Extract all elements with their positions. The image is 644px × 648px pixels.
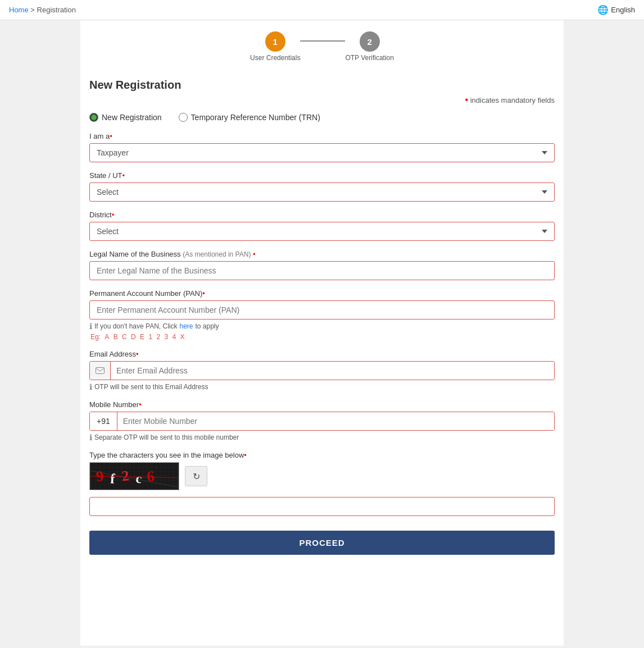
pan-char-10: X	[180, 333, 185, 341]
i-am-a-required: •	[110, 132, 112, 140]
i-am-a-select[interactable]: Taxpayer	[89, 143, 555, 162]
email-info-icon: ℹ	[89, 382, 92, 391]
pan-char-3: C	[122, 333, 127, 341]
district-select[interactable]: Select	[89, 222, 555, 241]
radio-new-registration-label: New Registration	[102, 113, 162, 122]
pan-info-icon: ℹ	[89, 322, 92, 331]
state-group: State / UT• Select	[89, 171, 555, 202]
captcha-row: 9 f 2 c 6 ↻	[89, 462, 555, 490]
captcha-svg: 9 f 2 c 6	[90, 463, 179, 490]
mandatory-note: • indicates mandatory fields	[89, 95, 555, 105]
pan-char-2: B	[114, 333, 118, 341]
captcha-image: 9 f 2 c 6	[89, 462, 179, 490]
pan-char-5: E	[140, 333, 144, 341]
refresh-icon: ↻	[193, 471, 200, 482]
breadcrumb-current: Registration	[37, 6, 76, 14]
svg-rect-0	[96, 368, 105, 374]
email-hint: ℹ OTP will be sent to this Email Address	[89, 382, 555, 391]
pan-char-9: 4	[173, 333, 176, 341]
mobile-hint: ℹ Separate OTP will be sent to this mobi…	[89, 433, 555, 442]
radio-trn-label: Temporary Reference Number (TRN)	[191, 113, 320, 122]
step-line	[300, 40, 345, 42]
radio-trn[interactable]: Temporary Reference Number (TRN)	[179, 113, 320, 122]
pan-char-4: D	[131, 333, 136, 341]
mobile-prefix: +91	[90, 412, 117, 430]
mobile-label: Mobile Number•	[89, 400, 555, 409]
stepper: 1 User Credentials 2 OTP Verification	[89, 31, 555, 62]
state-select[interactable]: Select	[89, 182, 555, 202]
mobile-required: •	[139, 400, 142, 409]
step2-circle: 2	[360, 31, 380, 52]
legal-name-sub: (As mentioned in PAN)	[183, 250, 251, 258]
envelope-icon	[96, 367, 105, 374]
step-1: 1 User Credentials	[250, 31, 300, 62]
email-label: Email Address•	[89, 350, 555, 358]
pan-char-1: A	[105, 333, 109, 341]
i-am-a-label: I am a•	[89, 132, 555, 140]
district-required: •	[112, 211, 115, 219]
radio-new-registration-input[interactable]	[89, 113, 98, 122]
pan-char-7: 2	[157, 333, 161, 341]
mobile-input-wrapper: +91	[89, 412, 555, 431]
top-bar: Home > Registration 🌐 English	[0, 0, 644, 20]
captcha-refresh-button[interactable]: ↻	[185, 466, 207, 486]
page-title: New Registration	[89, 79, 555, 92]
proceed-button[interactable]: PROCEED	[89, 531, 555, 555]
radio-trn-input[interactable]	[179, 113, 188, 122]
email-input[interactable]	[111, 362, 554, 380]
breadcrumb-separator: >	[30, 6, 35, 14]
captcha-input[interactable]	[89, 497, 555, 516]
pan-hint-link[interactable]: here	[179, 322, 193, 330]
legal-name-input[interactable]	[89, 261, 555, 280]
language-label: English	[611, 6, 635, 14]
breadcrumb-home[interactable]: Home	[9, 6, 29, 14]
email-required: •	[136, 350, 139, 358]
captcha-required: •	[244, 451, 247, 459]
globe-icon: 🌐	[597, 4, 609, 15]
email-icon	[90, 362, 111, 380]
state-label: State / UT•	[89, 171, 555, 180]
pan-char-8: 3	[165, 333, 169, 341]
captcha-group: Type the characters you see in the image…	[89, 451, 555, 516]
step1-circle: 1	[265, 31, 285, 52]
district-label: District•	[89, 211, 555, 219]
captcha-label: Type the characters you see in the image…	[89, 451, 555, 459]
pan-hint: ℹ If you don't have PAN, Click here to a…	[89, 322, 555, 331]
mobile-input[interactable]	[117, 412, 554, 430]
pan-char-6: 1	[148, 333, 152, 341]
mobile-group: Mobile Number• +91 ℹ Separate OTP will b…	[89, 400, 555, 442]
pan-example: Eg: A B C D E 1 2 3 4 X	[89, 333, 555, 341]
radio-new-registration[interactable]: New Registration	[89, 113, 162, 122]
mandatory-dot: •	[465, 95, 468, 104]
pan-label: Permanent Account Number (PAN)•	[89, 289, 555, 298]
pan-group: Permanent Account Number (PAN)• ℹ If you…	[89, 289, 555, 341]
legal-name-group: Legal Name of the Business (As mentioned…	[89, 250, 555, 280]
mobile-info-icon: ℹ	[89, 433, 92, 442]
district-group: District• Select	[89, 211, 555, 241]
registration-type-group: New Registration Temporary Reference Num…	[89, 113, 555, 122]
breadcrumb: Home > Registration	[9, 6, 76, 14]
state-required: •	[123, 171, 125, 180]
email-group: Email Address• ℹ OTP will be sent to thi…	[89, 350, 555, 391]
language-selector[interactable]: 🌐 English	[597, 4, 635, 15]
step2-label: OTP Verification	[345, 54, 393, 62]
mandatory-text: indicates mandatory fields	[470, 96, 555, 104]
step-2: 2 OTP Verification	[345, 31, 393, 62]
main-content: 1 User Credentials 2 OTP Verification Ne…	[80, 20, 564, 646]
i-am-a-group: I am a• Taxpayer	[89, 132, 555, 162]
step1-label: User Credentials	[250, 54, 300, 62]
legal-name-label: Legal Name of the Business (As mentioned…	[89, 250, 555, 258]
legal-name-required: •	[253, 250, 256, 258]
email-input-wrapper	[89, 361, 555, 380]
pan-required: •	[202, 289, 205, 298]
pan-input[interactable]	[89, 300, 555, 320]
